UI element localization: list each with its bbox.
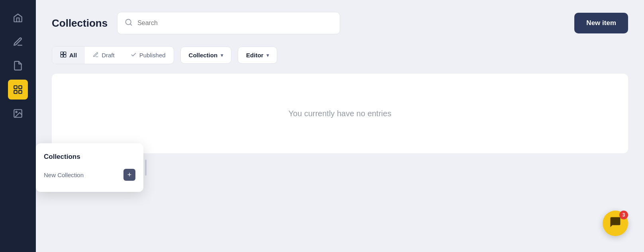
svg-rect-8 (61, 52, 63, 54)
svg-point-5 (16, 111, 17, 113)
chevron-down-icon: ▾ (221, 53, 223, 58)
main-content: Collections New item All (36, 0, 644, 252)
svg-line-7 (130, 23, 132, 25)
chevron-down-icon-2: ▾ (266, 53, 269, 58)
dropdown-panel-title: Collections (44, 153, 135, 161)
all-icon (60, 51, 67, 59)
scroll-indicator (145, 160, 147, 176)
svg-rect-2 (14, 90, 17, 94)
editor-label: Editor (246, 52, 263, 59)
page-title: Collections (52, 17, 108, 29)
collection-dropdown-button[interactable]: Collection ▾ (180, 47, 232, 64)
svg-rect-1 (19, 86, 22, 89)
draft-icon (93, 52, 99, 59)
draft-filter-button[interactable]: Draft (85, 47, 123, 64)
editor-dropdown-button[interactable]: Editor ▾ (238, 47, 277, 64)
image-icon[interactable] (8, 104, 28, 123)
search-bar (117, 12, 340, 34)
chat-icon (609, 216, 621, 231)
new-collection-label: New Collection (44, 172, 84, 178)
chat-badge: 3 (619, 211, 628, 219)
content-area: You currently have no entries (52, 74, 628, 153)
add-collection-button[interactable]: + (123, 169, 135, 181)
draft-label: Draft (102, 52, 115, 59)
header-row: Collections New item (52, 12, 628, 34)
collection-label: Collection (189, 52, 218, 59)
new-collection-item: New Collection + (44, 167, 135, 182)
sidebar (0, 0, 36, 252)
search-input[interactable] (137, 20, 333, 27)
svg-rect-11 (64, 55, 66, 57)
svg-rect-0 (14, 86, 17, 89)
svg-rect-3 (19, 90, 22, 94)
blog-icon[interactable] (8, 32, 28, 52)
chat-button[interactable]: 3 (603, 211, 628, 236)
published-filter-button[interactable]: Published (123, 47, 174, 64)
empty-state-message: You currently have no entries (288, 85, 391, 142)
search-icon (125, 18, 133, 28)
status-filter-group: All Draft Published (52, 46, 174, 64)
svg-rect-10 (61, 55, 63, 57)
svg-rect-9 (64, 52, 66, 54)
collection-dropdown-panel: Collections New Collection + (36, 143, 143, 192)
check-icon (131, 52, 137, 59)
file-icon[interactable] (8, 56, 28, 76)
all-filter-button[interactable]: All (52, 47, 85, 64)
home-icon[interactable] (8, 8, 28, 28)
grid-icon[interactable] (8, 80, 28, 100)
filter-bar: All Draft Published Collect (52, 46, 628, 64)
published-label: Published (139, 52, 166, 59)
new-item-button[interactable]: New item (574, 13, 628, 33)
all-label: All (69, 52, 77, 59)
